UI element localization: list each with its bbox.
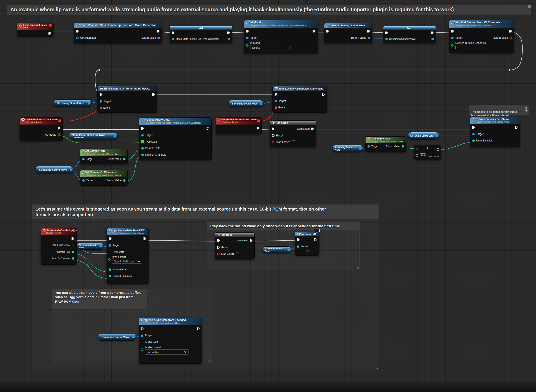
- raw-data-array-pin[interactable]: [109, 251, 111, 253]
- pin-icon[interactable]: [525, 106, 528, 109]
- desired-num-channels-input[interactable]: 1: [455, 46, 459, 49]
- exec-in-pin[interactable]: [141, 127, 144, 130]
- node-set-num-samples-per-chunk[interactable]: ƒ Set Num Samples Per Chunk Target is Im…: [470, 117, 520, 147]
- configuration-pin[interactable]: [76, 37, 79, 39]
- exec-in-pin[interactable]: [217, 239, 220, 242]
- exec-in-pin[interactable]: [76, 30, 79, 33]
- num-of-channels-pin[interactable]: [72, 257, 74, 260]
- exec-out-pin[interactable]: [207, 127, 209, 130]
- event-delegate-pin[interactable]: [100, 107, 102, 109]
- num-of-channels-pin[interactable]: [141, 154, 144, 156]
- getter-streaming-sound-wave[interactable]: Streaming Sound Wave: [53, 99, 91, 107]
- exec-out-pin[interactable]: [431, 32, 434, 34]
- exec-in-pin[interactable]: [451, 30, 454, 33]
- target-pin[interactable]: [451, 37, 454, 39]
- exec-out-pin[interactable]: [367, 30, 370, 33]
- node-append-audio-data-from-encoded[interactable]: ƒ Append Audio Data from Encoded Target …: [139, 318, 202, 364]
- value-out-pin[interactable]: [260, 103, 262, 105]
- exec-in-pin[interactable]: [275, 93, 277, 96]
- value-out-pin[interactable]: [100, 245, 102, 247]
- return-value-pin[interactable]: [157, 37, 160, 39]
- pcmdata-array-pin[interactable]: [58, 133, 61, 136]
- value-out-pin[interactable]: [88, 102, 90, 104]
- value-out-pin[interactable]: [435, 135, 438, 137]
- in-mood-pin[interactable]: [246, 44, 249, 47]
- target-pin[interactable]: [472, 133, 475, 135]
- exec-out-pin[interactable]: [58, 127, 61, 130]
- node-set-mood[interactable]: ƒ Set Mood Target is Realistic Meta Huma…: [244, 20, 318, 53]
- exec-out-pin[interactable]: [157, 30, 160, 33]
- return-value-pin[interactable]: [123, 158, 125, 160]
- node-set-mood-generator-var[interactable]: SET Mood Meta Human Lip Sync Generator: [170, 26, 232, 43]
- comment-main-title[interactable]: An example where lip sync is performed w…: [7, 4, 531, 15]
- getter-streaming-sound-wave[interactable]: Streaming Sound Wave: [262, 246, 291, 253]
- getter-streaming-sound-wave[interactable]: Streaming Sound Wave: [408, 132, 439, 140]
- getter-streaming-sound-wave[interactable]: Streaming Sound Wave: [332, 145, 363, 152]
- node-divide[interactable]: ÷ 100 Add pin ⊕: [414, 145, 441, 159]
- raw-format-dropdown[interactable]: Signed 16-bit integer: [112, 259, 142, 264]
- node-get-sample-rate[interactable]: ƒ Get Sample Rate Target is Imported Sou…: [80, 149, 128, 164]
- reset-pin[interactable]: [217, 246, 220, 249]
- exec-out-pin[interactable]: [313, 30, 316, 33]
- target-pin[interactable]: [141, 334, 143, 337]
- node-do-once-2[interactable]: 1 Do Once Completed Reset Start Closed: [215, 233, 255, 259]
- start-closed-checkbox[interactable]: [236, 252, 239, 255]
- raw-format-pin[interactable]: [108, 258, 111, 261]
- exec-out-pin[interactable]: [515, 126, 518, 129]
- exec-out-pin[interactable]: [143, 237, 146, 240]
- pcmdata-array-pin[interactable]: [141, 140, 144, 143]
- node-set-initial-desired-num-channels[interactable]: ƒ Set Initial Desired Num Of Channels Ta…: [449, 20, 514, 53]
- start-closed-pin[interactable]: [217, 252, 220, 255]
- exec-in-pin[interactable]: [326, 30, 329, 33]
- node-process-audio-data[interactable]: ƒ Process Audio Data Target is Realistic…: [139, 117, 212, 160]
- exec-in-pin[interactable]: [297, 238, 300, 241]
- node-do-once[interactable]: 1 Do Once Completed Reset Start Closed: [270, 120, 316, 147]
- divide-value-input[interactable]: 100: [420, 154, 426, 157]
- value-in-pin[interactable]: [172, 38, 174, 40]
- getter-streaming-sound-wave[interactable]: Streaming Sound Wave: [98, 333, 136, 341]
- delegate-pin[interactable]: [257, 119, 260, 122]
- pcmdata-array-pin[interactable]: [72, 244, 74, 247]
- exec-in-pin[interactable]: [472, 126, 475, 129]
- reset-pin[interactable]: [272, 134, 275, 137]
- target-pin[interactable]: [82, 158, 85, 160]
- target-pin[interactable]: [109, 244, 111, 247]
- value-out-pin[interactable]: [359, 148, 362, 150]
- exec-out-pin[interactable]: [322, 93, 325, 96]
- start-closed-pin[interactable]: [272, 141, 275, 143]
- value-out-pin[interactable]: [432, 38, 434, 40]
- node-bind-on-generate-pcmdata[interactable]: Bind Event to On Generate PCMData Target…: [97, 86, 157, 112]
- node-event-begin-play[interactable]: Event Blueprint Begin Play: [17, 23, 53, 37]
- exec-in-pin[interactable]: [172, 32, 175, 34]
- target-pin[interactable]: [275, 100, 277, 102]
- comment-compressed[interactable]: You can also stream audio from a compres…: [52, 289, 147, 309]
- return-value-pin[interactable]: [123, 179, 125, 182]
- node-append-audio-data-from-raw[interactable]: ƒ Append Audio Data From RAW Target is S…: [107, 228, 148, 284]
- delegate-pin[interactable]: [58, 119, 61, 122]
- desired-num-channels-pin[interactable]: [451, 44, 454, 47]
- sample-rate-pin[interactable]: [109, 268, 111, 271]
- node-play-sound-2d[interactable]: ƒ Play Sound 2D Sound: [295, 232, 319, 256]
- completed-pin[interactable]: [311, 128, 314, 130]
- node-get-sample-rate-2[interactable]: ƒ Get Sample Rate Target is Imported Sou…: [365, 136, 406, 152]
- node-set-streaming-sound-wave-var[interactable]: SET Streaming Sound Wave: [383, 26, 436, 43]
- exec-out-pin[interactable]: [48, 32, 51, 35]
- value-out-pin[interactable]: [287, 249, 290, 251]
- add-pin-button[interactable]: Add pin ⊕: [428, 155, 439, 158]
- node-create-streaming-sound-wave[interactable]: ƒ Create Streaming Sound Wave Return Val…: [324, 23, 372, 43]
- exec-out-pin[interactable]: [71, 237, 74, 240]
- sample-rate-pin[interactable]: [141, 147, 144, 149]
- exec-in-pin[interactable]: [109, 237, 112, 240]
- getter-streaming-sound-wave[interactable]: Streaming Sound Wave: [76, 243, 104, 250]
- event-delegate-pin[interactable]: [275, 107, 277, 109]
- target-pin[interactable]: [82, 179, 85, 182]
- mood-dropdown[interactable]: Neutral: [250, 45, 292, 50]
- start-closed-checkbox[interactable]: [292, 140, 295, 144]
- divide-input-b-pin[interactable]: [416, 154, 418, 157]
- expand-node-chevron-icon[interactable]: [306, 249, 308, 252]
- completed-pin[interactable]: [250, 239, 252, 242]
- sound-pin[interactable]: [297, 245, 299, 248]
- audio-format-pin[interactable]: [141, 348, 143, 351]
- delegate-pin[interactable]: [73, 230, 75, 232]
- node-get-number-of-channels[interactable]: ƒ Get Number Of Channels Target is Impor…: [80, 170, 128, 186]
